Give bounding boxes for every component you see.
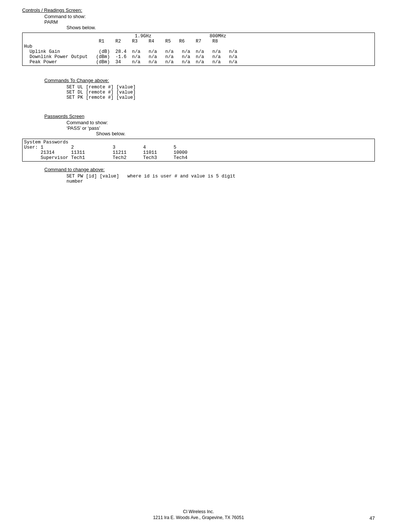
pw-row3: 21314 11311 11211 11011 10000: [24, 150, 188, 155]
command-to-change-heading: Command to change above:: [44, 167, 105, 172]
passwords-shows-below: Shows below.: [96, 131, 375, 136]
footer-address: 1211 Ira E. Woods Ave., Grapevine, TX 76…: [0, 515, 397, 520]
pw-row4: Supervisor Tech1 Tech2 Tech3 Tech4: [24, 155, 188, 160]
footer-company: CI Wireless Inc.: [0, 509, 397, 514]
parm-hub-row: Hub: [24, 44, 32, 49]
parm-downlink-row: Downlink Power Output (dBm) -1.6 n/a n/a…: [24, 54, 237, 60]
commands-to-change-heading: Commands To Change above:: [44, 78, 109, 83]
cmd-set-ul: SET UL [remote #] [value]: [66, 85, 375, 90]
shows-below-1: Shows below.: [66, 25, 375, 30]
parm-header-row1: 1.9GHz 800MHz: [24, 34, 226, 39]
passwords-command-value: ‘PASS’ or ‘pass’: [66, 125, 375, 131]
cmd-set-dl: SET DL [remote #] [value]: [66, 90, 375, 95]
parm-header-row2: R1 R2 R3 R4 R5 R6 R7 R8: [24, 39, 218, 44]
parm-peak-row: Peak Power (dBm) 34 n/a n/a n/a n/a n/a …: [24, 60, 237, 65]
command-value-parm: PARM: [44, 19, 375, 25]
parm-uplink-row: Uplink Gain (dB) 28.4 n/a n/a n/a n/a n/…: [24, 49, 237, 54]
passwords-screen-heading: Passwords Screen: [44, 113, 84, 119]
pw-row1: System Passwords: [24, 140, 68, 145]
parm-table: 1.9GHz 800MHz R1 R2 R3 R4 R5 R6 R7 R8 Hu…: [22, 33, 375, 66]
page-number: 47: [370, 515, 375, 521]
pw-row2: User: 1 2 3 4 5: [24, 145, 177, 150]
footer: CI Wireless Inc. 1211 Ira E. Woods Ave.,…: [0, 509, 397, 521]
passwords-command-label: Command to show:: [66, 120, 375, 125]
cmd-set-pw-line1: SET PW [id] [value] where id is user # a…: [66, 174, 375, 179]
cmd-set-pk: SET PK [remote #] [value]: [66, 95, 375, 100]
command-label: Command to show:: [44, 14, 375, 19]
cmd-set-pw-line2: number: [66, 179, 375, 184]
passwords-table: System Passwords User: 1 2 3 4 5 21314 1…: [22, 139, 375, 162]
controls-readings-heading: Controls / Readings Screen:: [22, 7, 82, 13]
